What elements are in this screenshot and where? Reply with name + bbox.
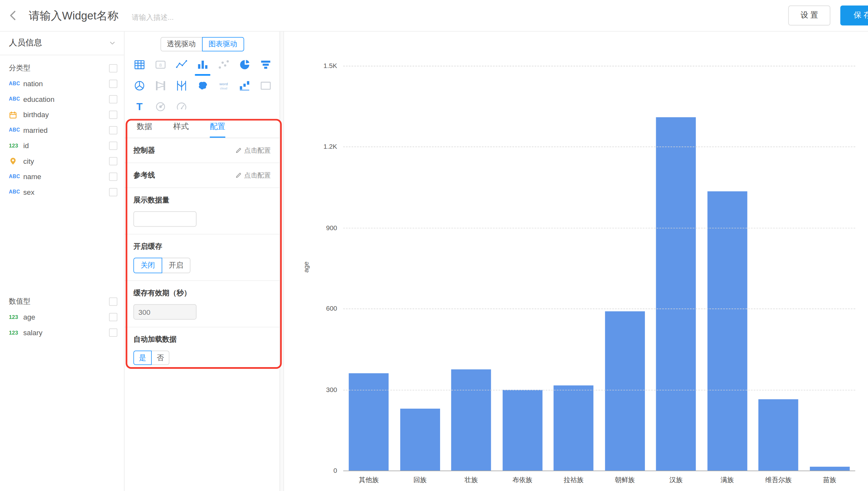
waterfall-chart-icon[interactable]	[238, 79, 251, 93]
table-chart-icon[interactable]	[133, 58, 146, 71]
radar-chart-icon[interactable]	[133, 79, 146, 93]
parallel-chart-icon[interactable]	[175, 79, 188, 93]
scorecard-chart-icon[interactable]: 8	[154, 58, 167, 71]
tab-data[interactable]: 数据	[137, 122, 152, 138]
wordcloud-chart-icon[interactable]: wordcloud	[217, 79, 230, 93]
cache-off-button[interactable]: 关闭	[133, 258, 162, 273]
field-checkbox[interactable]	[109, 126, 117, 134]
bar[interactable]	[656, 117, 696, 470]
save-button[interactable]: 保 存	[840, 5, 868, 25]
controller-label: 控制器	[133, 146, 155, 155]
cache-on-button[interactable]: 开启	[162, 258, 190, 273]
cache-toggle: 关闭 开启	[133, 258, 271, 273]
autoload-yes-button[interactable]: 是	[133, 350, 152, 365]
chart-drive-button[interactable]: 图表驱动	[202, 37, 244, 51]
bar-chart-icon[interactable]	[196, 58, 209, 71]
tab-style[interactable]: 样式	[173, 122, 189, 138]
china-map-chart-icon[interactable]	[196, 79, 209, 93]
pivot-drive-button[interactable]: 透视驱动	[160, 37, 202, 51]
field-item[interactable]: birthday	[0, 107, 124, 122]
settings-button[interactable]: 设 置	[788, 5, 831, 25]
field-item[interactable]: ABC sex	[0, 184, 124, 200]
panel-scrollbar[interactable]	[280, 31, 284, 491]
donut-chart-icon[interactable]	[154, 100, 167, 114]
pie-chart-icon[interactable]	[238, 58, 251, 71]
cache-section: 开启缓存 关闭 开启	[125, 234, 280, 281]
tab-config[interactable]: 配置	[210, 122, 225, 138]
display-count-input[interactable]	[133, 211, 196, 227]
widget-description-input[interactable]: 请输入描述...	[132, 13, 173, 23]
section-label: 分类型	[9, 63, 31, 73]
x-axis-label: 回族	[395, 476, 445, 485]
text-chart-icon[interactable]: T	[133, 100, 146, 114]
scatter-chart-icon[interactable]	[217, 58, 230, 71]
field-checkbox[interactable]	[109, 95, 117, 103]
bar-slot	[548, 66, 599, 470]
section-checkbox[interactable]	[109, 64, 117, 72]
bar[interactable]	[349, 374, 389, 470]
field-item[interactable]: 123 id	[0, 138, 124, 153]
bar[interactable]	[554, 386, 594, 470]
bar[interactable]	[810, 466, 850, 470]
field-item[interactable]: ABC nation	[0, 76, 124, 91]
bar-slot	[497, 66, 548, 470]
selected-chart-indicator	[195, 74, 210, 76]
sankey-chart-icon[interactable]	[154, 79, 167, 93]
field-item[interactable]: ABC married	[0, 122, 124, 138]
string-type-icon: ABC	[9, 127, 23, 133]
y-axis-tick: 600	[284, 305, 337, 313]
string-type-icon: ABC	[9, 81, 23, 86]
reference-configure-link[interactable]: 点击配置	[235, 171, 271, 180]
field-checkbox[interactable]	[109, 80, 117, 88]
autoload-no-button[interactable]: 否	[151, 350, 169, 365]
field-item[interactable]: ABC education	[0, 91, 124, 107]
widget-name-input[interactable]: 请输入Widget名称	[29, 8, 118, 23]
bar[interactable]	[707, 191, 747, 470]
funnel-chart-icon[interactable]	[259, 58, 273, 71]
field-checkbox[interactable]	[109, 111, 117, 119]
bar-slot	[753, 66, 804, 470]
cache-ttl-input[interactable]	[133, 304, 196, 320]
x-axis-label: 汉族	[650, 476, 702, 485]
number-type-icon: 123	[9, 142, 23, 148]
line-chart-icon[interactable]	[175, 58, 188, 71]
iframe-chart-icon[interactable]	[259, 79, 273, 93]
bar[interactable]	[451, 369, 491, 470]
y-axis: 03006009001.2K1.5K	[284, 66, 337, 470]
svg-text:cloud: cloud	[220, 87, 227, 90]
bar[interactable]	[400, 409, 440, 470]
field-sidebar: 人员信息 分类型 ABC nation ABC education birthd…	[0, 31, 125, 491]
field-checkbox[interactable]	[109, 188, 117, 196]
bar-slot	[343, 66, 395, 470]
field-checkbox[interactable]	[109, 141, 117, 150]
controller-section: 控制器 点击配置	[125, 138, 280, 163]
field-checkbox[interactable]	[109, 157, 117, 165]
drive-mode-switch: 透视驱动 图表驱动	[125, 37, 280, 51]
field-item[interactable]: 123 age	[0, 309, 124, 324]
field-checkbox[interactable]	[109, 313, 117, 321]
x-axis-label: 满族	[702, 476, 753, 485]
bar[interactable]	[758, 399, 798, 470]
section-checkbox[interactable]	[109, 297, 117, 306]
controller-configure-link[interactable]: 点击配置	[235, 146, 271, 155]
gauge-chart-icon[interactable]	[175, 100, 188, 114]
x-axis-label: 布依族	[497, 476, 548, 485]
bar[interactable]	[503, 389, 542, 470]
field-checkbox[interactable]	[109, 172, 117, 181]
pencil-icon	[235, 172, 242, 179]
field-item[interactable]: city	[0, 153, 124, 169]
field-name: education	[23, 95, 109, 103]
cache-ttl-label: 缓存有效期（秒）	[133, 288, 271, 298]
y-axis-tick: 300	[284, 386, 337, 393]
view-selector[interactable]: 人员信息	[0, 31, 124, 55]
field-item[interactable]: 123 salary	[0, 325, 124, 340]
field-item[interactable]: ABC name	[0, 169, 124, 184]
field-name: nation	[23, 80, 109, 88]
back-button[interactable]	[4, 7, 22, 24]
bar[interactable]	[605, 311, 645, 470]
category-section-header: 分类型	[0, 60, 124, 76]
field-checkbox[interactable]	[109, 328, 117, 337]
number-type-icon: 123	[9, 329, 23, 335]
autoload-label: 自动加载数据	[133, 335, 271, 344]
chart-plot	[343, 66, 855, 471]
